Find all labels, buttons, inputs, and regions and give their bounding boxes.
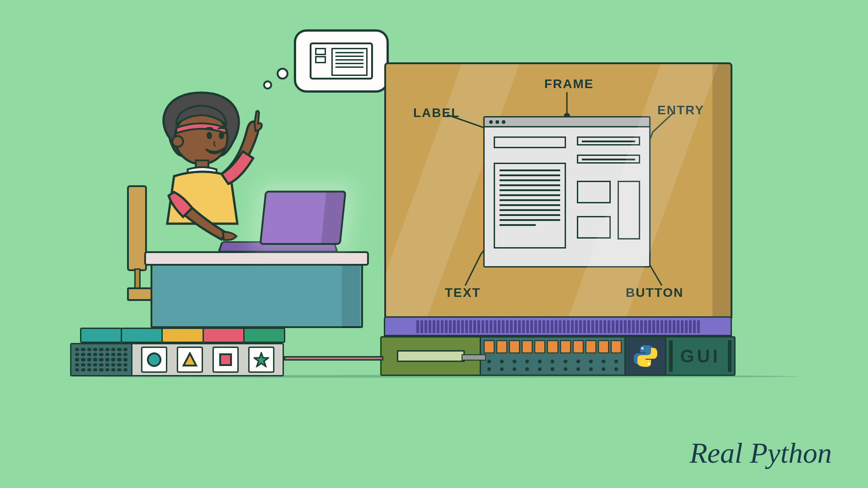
svg-marker-9 [254,353,269,366]
drive-bay-icon [382,338,481,375]
widget-text [494,163,566,249]
callout-frame: FRAME [544,77,594,91]
speaker-grille-icon [71,344,132,375]
svg-point-10 [641,347,643,350]
star-icon [248,347,274,373]
callout-text: TEXT [445,286,481,300]
widget-label [494,136,566,148]
triangle-icon [177,347,203,373]
thought-bubble-dot [277,68,288,80]
connector-rod [284,356,383,361]
switch-panel [481,338,626,375]
widget-button [577,181,611,203]
desk [144,251,369,329]
widget-entry [577,155,640,164]
svg-point-11 [647,363,650,365]
svg-rect-8 [220,354,231,365]
svg-point-2 [207,132,212,139]
thought-bubble [294,29,389,93]
toolbox-right: GUI [380,316,736,376]
callout-button: BUTTON [626,286,684,300]
watermark: Real Python [689,436,832,470]
thought-bubble-dot [263,80,272,89]
toolbox-left [70,328,284,376]
svg-marker-7 [184,353,196,366]
widget-entry [577,136,640,145]
gui-badge: GUI [666,338,734,375]
python-logo-icon [626,338,666,375]
gui-text: GUI [680,346,720,366]
thought-window-icon [310,42,373,80]
svg-point-6 [148,353,160,366]
laptop [222,191,348,254]
svg-point-1 [172,136,183,147]
gui-window-mock [483,116,651,267]
illustration-stage: FRAME LABEL ENTRY TEXT BUTTON [0,0,868,488]
gui-diagram-board: FRAME LABEL ENTRY TEXT BUTTON [384,62,732,321]
callout-label: LABEL [413,106,460,120]
widget-button [618,181,640,239]
svg-point-3 [219,132,224,139]
circle-icon [141,347,167,373]
widget-button [577,216,611,239]
square-icon [212,347,239,373]
callout-entry: ENTRY [657,103,704,117]
shape-buttons [132,344,283,375]
